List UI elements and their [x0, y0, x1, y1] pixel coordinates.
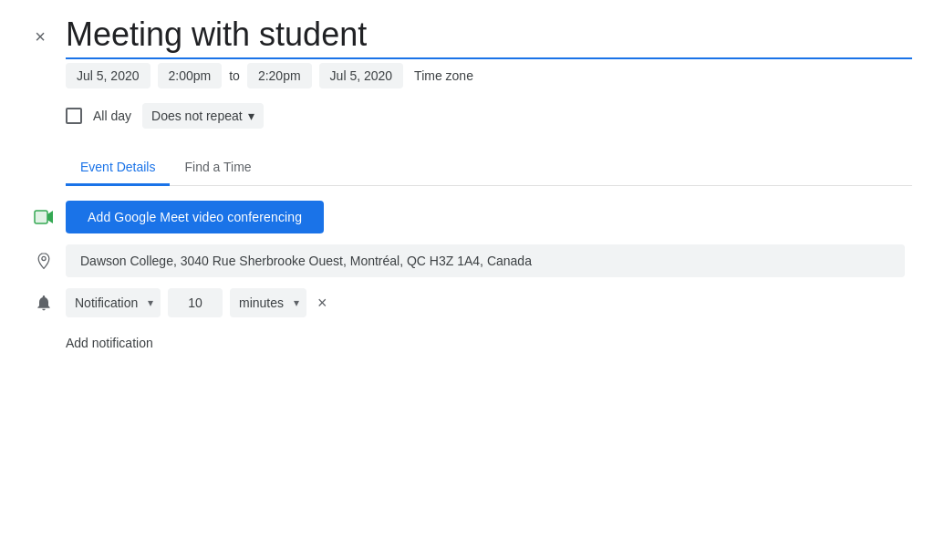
allday-row: All day Does not repeat ▾ — [66, 103, 912, 129]
to-label: to — [229, 68, 240, 83]
timezone-button[interactable]: Time zone — [410, 63, 477, 88]
allday-label: All day — [93, 109, 131, 123]
notification-type-select[interactable]: Notification Email — [66, 288, 161, 317]
repeat-label: Does not repeat — [151, 109, 243, 123]
close-button[interactable]: × — [22, 19, 58, 56]
notification-type-wrapper: Notification Email — [66, 288, 161, 317]
tab-find-a-time[interactable]: Find a Time — [170, 150, 265, 186]
add-notification-button[interactable]: Add notification — [66, 328, 153, 358]
location-icon-col — [22, 252, 66, 270]
tabs-row: Event Details Find a Time — [66, 150, 912, 186]
allday-checkbox[interactable] — [66, 108, 82, 124]
repeat-dropdown[interactable]: Does not repeat ▾ — [142, 103, 264, 129]
meet-row: Add Google Meet video conferencing — [22, 201, 912, 233]
bell-icon-col — [22, 294, 66, 312]
notification-remove-button[interactable]: × — [314, 291, 331, 315]
content-area: Add Google Meet video conferencing — [22, 186, 912, 358]
bell-icon — [35, 294, 53, 312]
end-date-button[interactable]: Jul 5, 2020 — [319, 63, 404, 88]
datetime-row: Jul 5, 2020 2:00pm to 2:20pm Jul 5, 2020… — [66, 63, 912, 88]
notification-unit-select[interactable]: minutes hours days weeks — [230, 288, 306, 317]
svg-rect-0 — [35, 211, 47, 223]
notification-time-input[interactable] — [168, 288, 223, 317]
close-icon: × — [35, 26, 46, 47]
tab-event-details[interactable]: Event Details — [66, 150, 170, 186]
add-meet-button[interactable]: Add Google Meet video conferencing — [66, 201, 324, 233]
location-pin-icon — [35, 252, 53, 270]
start-time-button[interactable]: 2:00pm — [158, 63, 223, 88]
location-row — [22, 244, 912, 277]
meet-icon — [33, 206, 55, 228]
location-input[interactable] — [66, 244, 905, 277]
notification-controls: Notification Email minutes hours days we… — [66, 288, 331, 317]
event-title-input[interactable] — [66, 15, 912, 59]
repeat-chevron-icon: ▾ — [248, 109, 254, 123]
start-date-button[interactable]: Jul 5, 2020 — [66, 63, 150, 88]
svg-point-2 — [42, 257, 46, 261]
end-time-button[interactable]: 2:20pm — [247, 63, 312, 88]
notification-row: Notification Email minutes hours days we… — [22, 288, 912, 317]
notification-unit-wrapper: minutes hours days weeks — [230, 288, 306, 317]
meet-icon-col — [22, 206, 66, 228]
